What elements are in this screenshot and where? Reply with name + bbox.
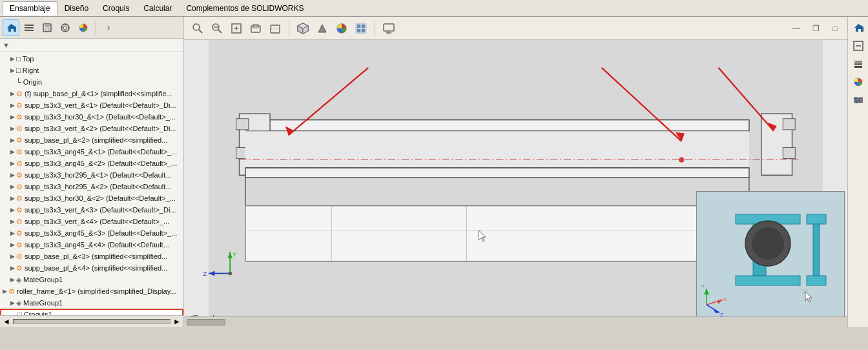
list-panel-btn[interactable] xyxy=(21,19,37,36)
svg-text:Y: Y xyxy=(232,251,237,258)
search-btn[interactable] xyxy=(189,20,206,37)
view-cube-btn[interactable] xyxy=(294,20,311,37)
component-icon: ⚙ xyxy=(16,160,23,168)
scroll-left-btn[interactable]: ◄ xyxy=(3,317,10,326)
tree-item-croquis1[interactable]: ▶ □ Croquis1 xyxy=(0,309,183,315)
zoom-mini-btn[interactable] xyxy=(850,37,867,54)
svg-rect-44 xyxy=(783,119,795,130)
tree-arrow: ▶ xyxy=(10,102,15,108)
feature-tree[interactable]: ▶ □ Top ▶ □ Right ▶ └ Origin ▶ ⚙ (f) sup… xyxy=(0,52,183,315)
tree-item-supp-vert-1[interactable]: ▶ ⚙ supp_ts3x3_vert_&<1> (Default<<Defau… xyxy=(0,99,183,111)
svg-point-70 xyxy=(228,272,232,276)
svg-rect-99 xyxy=(854,101,863,103)
tree-arrow: ▶ xyxy=(10,242,15,248)
svg-point-13 xyxy=(193,24,200,30)
tree-item-supp-hor30-1[interactable]: ▶ ⚙ supp_ts3x3_hor30_&<1> (Default<<Defa… xyxy=(0,111,183,123)
tree-arrow: ▶ xyxy=(10,172,15,178)
main-layout: › ▼ ▶ □ Top ▶ □ Right ▶ └ Origin xyxy=(0,17,868,327)
tree-label-supp-hor30-1: supp_ts3x3_hor30_&<1> (Default<<Default>… xyxy=(25,113,176,121)
scroll-right-btn[interactable]: ► xyxy=(173,317,181,326)
tree-item-supp-base-2[interactable]: ▶ ⚙ supp_base_pl_&<2> (simplified<<simpl… xyxy=(0,134,183,146)
tree-item-origin[interactable]: ▶ └ Origin xyxy=(0,76,183,88)
tree-label-supp-ang45-4: supp_ts3x3_ang45_&<4> (Default<<Default.… xyxy=(25,241,169,249)
svg-rect-77 xyxy=(807,214,826,224)
tree-arrow: ▶ xyxy=(10,276,15,283)
component-icon: ⚙ xyxy=(16,113,23,121)
tree-item-top[interactable]: ▶ □ Top xyxy=(0,53,183,65)
tree-label-supp-vert-2: supp_ts3x3_vert_&<2> (Default<<Default>_… xyxy=(25,125,176,132)
tree-item-supp-hor295-1[interactable]: ▶ ⚙ supp_ts3x3_hor295_&<1> (Default<<Def… xyxy=(0,169,183,181)
mates-icon: ◈ xyxy=(16,276,21,284)
home-mini-btn[interactable] xyxy=(850,19,867,36)
filter-icon: ▼ xyxy=(3,41,10,49)
component-icon: ⚙ xyxy=(16,252,23,261)
menu-tab-croquis[interactable]: Croquis xyxy=(96,1,136,15)
tree-item-supp-ang45-2[interactable]: ▶ ⚙ supp_ts3x3_ang45_&<2> (Default<<Defa… xyxy=(0,158,183,169)
tree-item-mategroup1-1[interactable]: ▶ ◈ MateGroup1 xyxy=(0,274,183,285)
tree-arrow: ▶ xyxy=(10,149,15,155)
tree-item-supp-base-4[interactable]: ▶ ⚙ supp_base_pl_&<4> (simplified<<simpl… xyxy=(0,262,183,274)
target-panel-btn[interactable] xyxy=(57,19,74,36)
svg-rect-93 xyxy=(854,61,862,63)
component-icon: ⚙ xyxy=(16,229,23,238)
viewport[interactable]: — ❐ □ ✕ xyxy=(184,17,868,327)
panel-separator xyxy=(96,20,96,36)
component-icon: ⚙ xyxy=(16,171,23,180)
svg-text:Z: Z xyxy=(203,270,207,277)
minimize-btn[interactable]: — xyxy=(788,20,805,37)
tree-item-supp-vert-4[interactable]: ▶ ⚙ supp_ts3x3_vert_&<4> (Default<<Defau… xyxy=(0,216,183,227)
expand-panel-btn[interactable]: › xyxy=(100,19,117,36)
tree-item-supp-ang45-1[interactable]: ▶ ⚙ supp_ts3x3_ang45_&<1> (Default<<Defa… xyxy=(0,146,183,158)
view-orient-btn[interactable] xyxy=(247,20,264,37)
tree-label-supp-hor295-2: supp_ts3x3_hor295_&<2> (Default<<Default… xyxy=(25,183,172,190)
svg-point-76 xyxy=(752,227,784,260)
svg-point-7 xyxy=(63,26,67,30)
zoom-area-btn[interactable] xyxy=(228,20,245,37)
maximize-btn[interactable]: □ xyxy=(827,20,843,37)
svg-rect-47 xyxy=(245,168,749,178)
scene-btn[interactable] xyxy=(353,20,369,37)
svg-rect-35 xyxy=(384,24,394,31)
menu-tab-complementos[interactable]: Complementos de SOLIDWORKS xyxy=(179,1,311,15)
tree-item-supp-base-1[interactable]: ▶ ⚙ (f) supp_base_pl_&<1> (simplified<<s… xyxy=(0,88,183,99)
section-view-btn[interactable] xyxy=(267,20,284,37)
palette-mini-btn[interactable] xyxy=(850,74,867,90)
tree-item-supp-base-3[interactable]: ▶ ⚙ supp_base_pl_&<3> (simplified<<simpl… xyxy=(0,251,183,262)
tree-arrow: ▶ xyxy=(10,114,15,120)
tree-item-mategroup1-2[interactable]: ▶ ◈ MateGroup1 xyxy=(0,297,183,309)
tree-item-supp-hor295-2[interactable]: ▶ ⚙ supp_ts3x3_hor295_&<2> (Default<<Def… xyxy=(0,181,183,192)
monitor-btn[interactable] xyxy=(380,20,397,37)
menu-bar: Ensamblaje Diseño Croquis Calcular Compl… xyxy=(0,0,868,17)
tree-label-supp-base-4: supp_base_pl_&<4> (simplified<<simplifie… xyxy=(25,264,167,272)
layers-mini-btn[interactable] xyxy=(850,56,867,72)
save-panel-btn[interactable] xyxy=(39,19,56,36)
tree-item-right[interactable]: ▶ □ Right xyxy=(0,65,183,76)
h-scrollbar[interactable] xyxy=(184,316,847,327)
view-display-btn[interactable] xyxy=(314,20,331,37)
tree-item-supp-vert-3[interactable]: ▶ ⚙ supp_ts3x3_vert_&<3> (Default<<Defau… xyxy=(0,204,183,216)
svg-rect-101 xyxy=(859,99,860,101)
menu-tab-ensamblaje[interactable]: Ensamblaje xyxy=(3,1,57,15)
restore-btn[interactable]: ❐ xyxy=(807,20,824,37)
color-panel-btn[interactable] xyxy=(75,19,92,36)
tree-item-supp-ang45-4[interactable]: ▶ ⚙ supp_ts3x3_ang45_&<4> (Default<<Defa… xyxy=(0,239,183,251)
menu-tab-calcular[interactable]: Calcular xyxy=(136,1,179,15)
tree-item-roller-frame[interactable]: ▶ ⚙ roller_frame_&<1> (simplified<simpli… xyxy=(0,285,183,297)
component-icon: ⚙ xyxy=(16,183,23,191)
tree-item-supp-ang45-3[interactable]: ▶ ⚙ supp_ts3x3_ang45_&<3> (Default<<Defa… xyxy=(0,227,183,239)
view-appearance-btn[interactable] xyxy=(333,20,350,37)
tree-label-supp-hor30-2: supp_ts3x3_hor30_&<2> (Default<<Default>… xyxy=(25,194,176,202)
tree-label-supp-base-3: supp_base_pl_&<3> (simplified<<simplifie… xyxy=(25,252,167,260)
tree-item-supp-vert-2[interactable]: ▶ ⚙ supp_ts3x3_vert_&<2> (Default<<Defau… xyxy=(0,123,183,134)
svg-rect-98 xyxy=(854,99,863,101)
tree-arrow: ▶ xyxy=(10,195,15,201)
menu-tab-diseno[interactable]: Diseño xyxy=(57,1,96,15)
settings-mini-btn[interactable] xyxy=(850,92,867,108)
tree-item-supp-hor30-2[interactable]: ▶ ⚙ supp_ts3x3_hor30_&<2> (Default<<Defa… xyxy=(0,192,183,204)
tree-arrow: ▶ xyxy=(10,56,15,62)
home-panel-btn[interactable] xyxy=(3,19,19,36)
tree-label-supp-ang45-3: supp_ts3x3_ang45_&<3> (Default<<Default>… xyxy=(25,229,177,237)
tree-arrow: ▶ xyxy=(10,207,15,213)
svg-rect-23 xyxy=(271,25,280,33)
zoom-fit-btn[interactable] xyxy=(209,20,225,37)
